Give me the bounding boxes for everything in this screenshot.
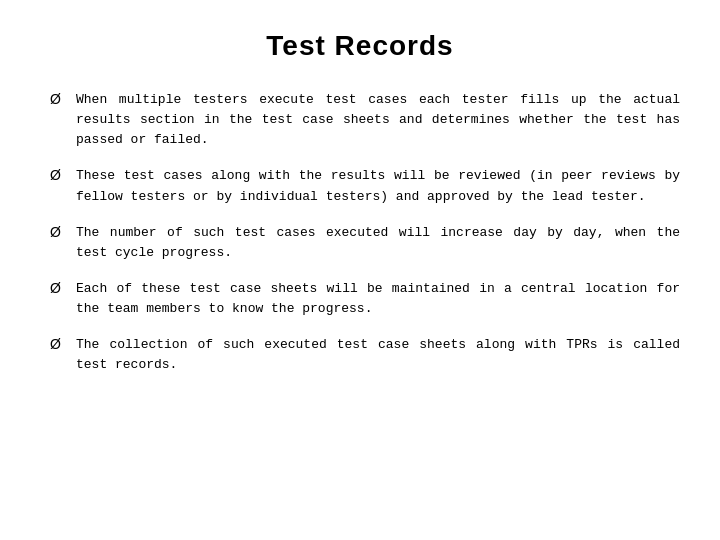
bullet-item-4: Ø Each of these test case sheets will be… xyxy=(50,279,680,319)
bullet-symbol-5: Ø xyxy=(50,336,66,352)
bullet-text-4: Each of these test case sheets will be m… xyxy=(76,279,680,319)
bullet-symbol-1: Ø xyxy=(50,91,66,107)
bullet-list: Ø When multiple testers execute test cas… xyxy=(40,90,680,376)
bullet-item-3: Ø The number of such test cases executed… xyxy=(50,223,680,263)
bullet-text-5: The collection of such executed test cas… xyxy=(76,335,680,375)
bullet-symbol-2: Ø xyxy=(50,167,66,183)
page-title: Test Records xyxy=(40,30,680,62)
bullet-item-2: Ø These test cases along with the result… xyxy=(50,166,680,206)
bullet-symbol-4: Ø xyxy=(50,280,66,296)
page: Test Records Ø When multiple testers exe… xyxy=(0,0,720,540)
bullet-item-1: Ø When multiple testers execute test cas… xyxy=(50,90,680,150)
bullet-text-1: When multiple testers execute test cases… xyxy=(76,90,680,150)
bullet-text-3: The number of such test cases executed w… xyxy=(76,223,680,263)
bullet-symbol-3: Ø xyxy=(50,224,66,240)
bullet-text-2: These test cases along with the results … xyxy=(76,166,680,206)
bullet-item-5: Ø The collection of such executed test c… xyxy=(50,335,680,375)
